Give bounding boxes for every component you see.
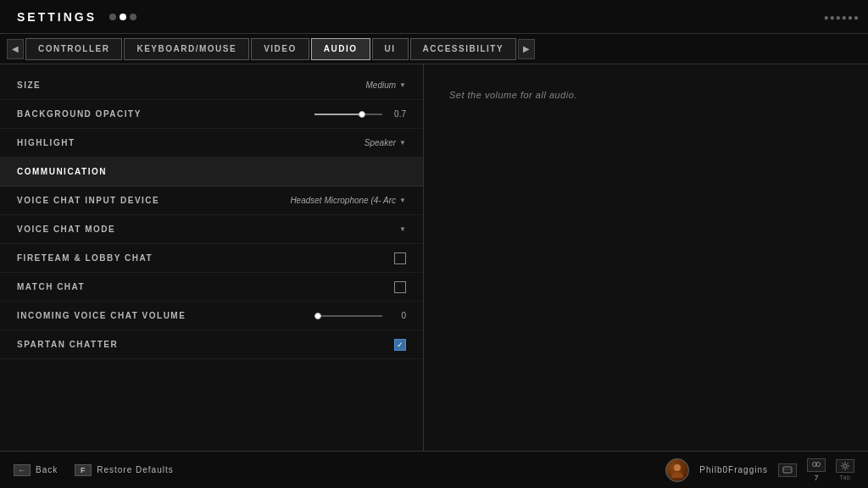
restore-key-icon: F bbox=[75, 464, 92, 476]
top-right-info: ●●●●●● bbox=[824, 12, 860, 21]
checkbox-spartan-chatter[interactable] bbox=[394, 339, 406, 351]
setting-value-voice-input[interactable]: Headset Microphone (4- Arc ▼ bbox=[290, 196, 406, 205]
slider-track-bg-opacity bbox=[314, 114, 382, 115]
slider-fill-bg-opacity bbox=[314, 114, 362, 115]
setting-label-match-chat: MATCH CHAT bbox=[17, 282, 394, 291]
player-avatar bbox=[665, 458, 689, 482]
bottom-right-area: Philb0Fraggins 7 Tab bbox=[665, 458, 854, 482]
setting-row-bg-opacity[interactable]: BACKGROUND OPACITY 0.7 bbox=[0, 100, 423, 129]
setting-row-match-chat[interactable]: MATCH CHAT bbox=[0, 273, 423, 302]
svg-point-0 bbox=[674, 464, 681, 471]
title-dots bbox=[109, 14, 136, 20]
tab-ui[interactable]: UI bbox=[372, 38, 409, 60]
dot-3 bbox=[130, 14, 136, 20]
setting-value-voice-mode[interactable]: ▼ bbox=[396, 225, 406, 233]
dropdown-arrow-voice-mode: ▼ bbox=[399, 225, 406, 233]
svg-point-1 bbox=[671, 472, 683, 478]
dropdown-arrow-voice-input: ▼ bbox=[399, 197, 406, 204]
setting-label-highlight: HIGHLIGHT bbox=[17, 138, 364, 147]
tab-keyboard[interactable]: KEYBOARD/MOUSE bbox=[124, 38, 249, 60]
slider-bg-opacity[interactable]: 0.7 bbox=[314, 109, 406, 119]
setting-row-voice-mode[interactable]: VOICE CHAT MODE ▼ bbox=[0, 215, 423, 244]
chat-icon-group[interactable] bbox=[778, 463, 797, 477]
main-content: SIZE Medium ▼ BACKGROUND OPACITY 0.7 bbox=[0, 64, 868, 451]
setting-label-voice-input: VOICE CHAT INPUT DEVICE bbox=[17, 196, 290, 205]
tab-next-button[interactable]: ▶ bbox=[518, 39, 535, 59]
players-icon-group[interactable]: 7 bbox=[807, 458, 826, 482]
setting-label-fireteam-chat: FIRETEAM & LOBBY CHAT bbox=[17, 253, 394, 263]
checkbox-match-chat[interactable] bbox=[394, 281, 406, 293]
settings-gear-icon[interactable] bbox=[836, 459, 854, 473]
setting-row-spartan-chatter[interactable]: SPARTAN CHATTER bbox=[0, 330, 423, 359]
dropdown-arrow-size: ▼ bbox=[399, 81, 406, 89]
restore-label: Restore Defaults bbox=[97, 465, 173, 474]
chat-icon[interactable] bbox=[778, 463, 797, 477]
slider-incoming-volume[interactable]: 0 bbox=[314, 311, 406, 320]
slider-value-bg-opacity: 0.7 bbox=[389, 109, 406, 119]
bottom-left-controls: ← Back F Restore Defaults bbox=[14, 464, 174, 476]
setting-label-bg-opacity: BACKGROUND OPACITY bbox=[17, 109, 314, 119]
svg-rect-2 bbox=[783, 467, 792, 473]
slider-value-incoming-volume: 0 bbox=[389, 311, 406, 320]
setting-section-communication: COMMUNICATION bbox=[0, 158, 423, 186]
description-panel: Set the volume for all audio. bbox=[424, 64, 868, 451]
tab-controller[interactable]: CONTROLLER bbox=[25, 38, 122, 60]
setting-row-highlight[interactable]: HIGHLIGHT Speaker ▼ bbox=[0, 129, 423, 158]
setting-row-size[interactable]: SIZE Medium ▼ bbox=[0, 71, 423, 100]
checkbox-fireteam-chat[interactable] bbox=[394, 252, 406, 264]
slider-track-incoming-volume bbox=[314, 315, 382, 317]
player-name: Philb0Fraggins bbox=[699, 465, 768, 474]
setting-value-highlight[interactable]: Speaker ▼ bbox=[364, 138, 406, 147]
tab-prev-button[interactable]: ◀ bbox=[7, 39, 24, 59]
svg-point-6 bbox=[843, 464, 847, 468]
player-count-badge: 7 bbox=[814, 474, 818, 482]
dot-2 bbox=[120, 14, 126, 20]
setting-value-size[interactable]: Medium ▼ bbox=[366, 80, 407, 90]
settings-container: SETTINGS ●●●●●● ◀ CONTROLLER KEYBOARD/MO… bbox=[0, 0, 868, 488]
description-text: Set the volume for all audio. bbox=[449, 90, 577, 100]
tabs-bar: ◀ CONTROLLER KEYBOARD/MOUSE VIDEO AUDIO … bbox=[0, 34, 868, 64]
restore-defaults-button[interactable]: F Restore Defaults bbox=[75, 464, 173, 476]
settings-panel[interactable]: SIZE Medium ▼ BACKGROUND OPACITY 0.7 bbox=[0, 64, 424, 451]
setting-row-voice-input[interactable]: VOICE CHAT INPUT DEVICE Headset Micropho… bbox=[0, 186, 423, 215]
tab-video[interactable]: VIDEO bbox=[251, 38, 309, 60]
back-label: Back bbox=[36, 465, 58, 474]
section-label-communication: COMMUNICATION bbox=[17, 167, 406, 176]
setting-row-incoming-volume[interactable]: INCOMING VOICE CHAT VOLUME 0 bbox=[0, 302, 423, 330]
setting-row-fireteam-chat[interactable]: FIRETEAM & LOBBY CHAT bbox=[0, 244, 423, 273]
setting-label-incoming-volume: INCOMING VOICE CHAT VOLUME bbox=[17, 311, 314, 320]
setting-label-size: SIZE bbox=[17, 80, 366, 90]
setting-label-spartan-chatter: SPARTAN CHATTER bbox=[17, 340, 394, 349]
slider-thumb-incoming-volume bbox=[314, 313, 321, 319]
tab-label: Tab bbox=[840, 474, 851, 480]
dropdown-arrow-highlight: ▼ bbox=[399, 139, 406, 147]
dot-1 bbox=[109, 14, 116, 20]
back-key-icon: ← bbox=[14, 464, 31, 476]
tab-audio[interactable]: AUDIO bbox=[311, 38, 370, 60]
setting-label-voice-mode: VOICE CHAT MODE bbox=[17, 225, 396, 234]
tab-accessibility[interactable]: ACCESSIBILITY bbox=[410, 38, 517, 60]
back-button[interactable]: ← Back bbox=[14, 464, 58, 476]
page-title: SETTINGS bbox=[17, 10, 97, 24]
players-icon[interactable] bbox=[807, 458, 826, 472]
bottom-bar: ← Back F Restore Defaults Philb0Fraggins bbox=[0, 451, 868, 488]
top-bar: SETTINGS ●●●●●● bbox=[0, 0, 868, 34]
settings-icon-group[interactable]: Tab bbox=[836, 459, 854, 480]
slider-thumb-bg-opacity bbox=[359, 111, 365, 118]
